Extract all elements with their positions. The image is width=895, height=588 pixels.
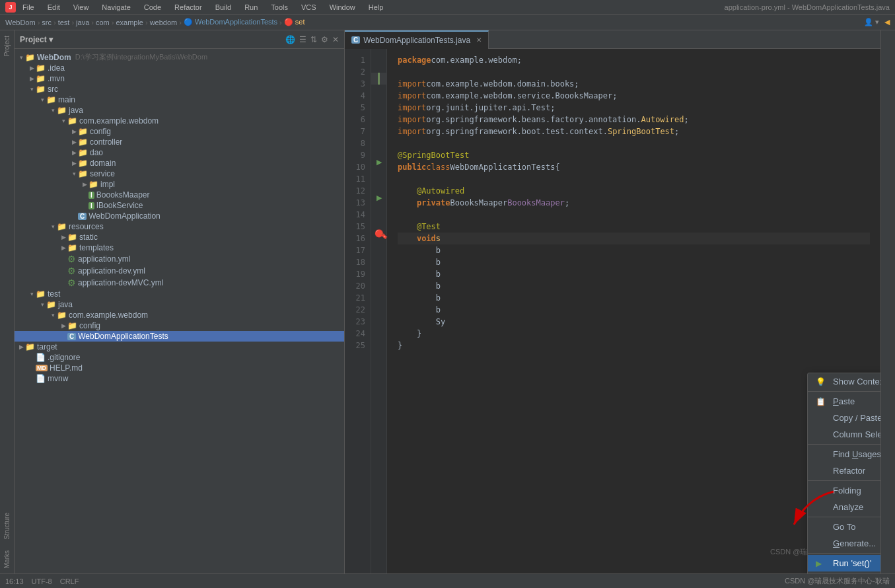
tree-service[interactable]: ▾ 📁 service xyxy=(15,168,344,179)
gutter-16[interactable]: 🔴 🔖 xyxy=(371,227,386,239)
sidebar-gear-icon[interactable]: ⚙ xyxy=(321,35,328,44)
context-menu-show-context[interactable]: 💡 Show Context Actions Alt+Enter xyxy=(808,373,880,390)
tree-gitignore[interactable]: 📄 .gitignore xyxy=(15,352,344,363)
tree-boooksmaaper[interactable]: I BoooksMaaper xyxy=(15,190,344,200)
menu-navigate[interactable]: Navigate xyxy=(99,2,133,13)
breadcrumb-class[interactable]: 🔵 WebDomApplicationTests xyxy=(184,18,277,26)
breadcrumb-example[interactable]: example xyxy=(116,18,143,26)
tree-domain[interactable]: ▶ 📁 domain xyxy=(15,158,344,168)
gutter-19 xyxy=(371,263,386,275)
tree-webdom-root[interactable]: ▾ 📁 WebDom D:\学习案例\integrationMyBatis\We… xyxy=(15,52,344,63)
menu-refactor[interactable]: Refactor xyxy=(172,2,205,13)
breadcrumb-method[interactable]: 🔴 set xyxy=(284,18,305,26)
sidebar-list-icon[interactable]: ☰ xyxy=(299,35,306,44)
ln-15: 15 xyxy=(345,221,371,233)
menu-edit[interactable]: Edit xyxy=(45,2,63,13)
tree-test[interactable]: ▾ 📁 test xyxy=(15,289,344,299)
breadcrumb-webdom[interactable]: WebDom xyxy=(5,18,36,26)
context-menu-folding[interactable]: Folding › xyxy=(808,482,880,499)
menu-code[interactable]: Code xyxy=(141,2,164,13)
tree-idea[interactable]: ▶ 📁 .idea xyxy=(15,63,344,73)
run-icon-10[interactable]: ▶ xyxy=(376,158,382,166)
sidebar-close-icon[interactable]: ✕ xyxy=(332,35,339,44)
tree-ibookservice[interactable]: I IBookService xyxy=(15,200,344,211)
gutter-14 xyxy=(371,203,386,215)
breadcrumb-test[interactable]: test xyxy=(58,18,70,26)
tree-label-impl: impl xyxy=(100,180,115,189)
tree-controller[interactable]: ▶ 📁 controller xyxy=(15,137,344,147)
tree-package[interactable]: ▾ 📁 com.example.webdom xyxy=(15,116,344,126)
tree-dao[interactable]: ▶ 📁 dao xyxy=(15,147,344,158)
context-menu-debug-set[interactable]: ⚙ Debug 'set()' xyxy=(808,571,880,573)
tree-test-java[interactable]: ▾ 📁 java xyxy=(15,299,344,310)
menu-view[interactable]: View xyxy=(71,2,92,13)
breadcrumb-com[interactable]: com xyxy=(96,18,110,26)
menu-build[interactable]: Build xyxy=(213,2,234,13)
tree-label-target: target xyxy=(37,342,57,351)
context-menu-run-set[interactable]: ▶ Run 'set()' Ctrl+Shift+F10 xyxy=(808,555,880,571)
tab-close-btn[interactable]: ✕ xyxy=(476,36,482,44)
breadcrumb-webdom2[interactable]: webdom xyxy=(150,18,178,26)
tree-label-domain: domain xyxy=(90,159,116,168)
tree-help-md[interactable]: MD HELP.md xyxy=(15,363,344,373)
tree-app-dev-yml[interactable]: ⚙ application-dev.yml xyxy=(15,265,344,277)
tree-label-webdomapp: WebDomApplication xyxy=(89,211,161,221)
tree-mvnw[interactable]: 📄 mvnw xyxy=(15,373,344,384)
menu-window[interactable]: Window xyxy=(327,2,358,13)
left-tab-marks[interactable]: Marks xyxy=(1,545,13,573)
tree-main[interactable]: ▾ 📁 main xyxy=(15,94,344,105)
breadcrumb-java[interactable]: java xyxy=(76,18,89,26)
context-menu-generate[interactable]: Generate... Alt+Insert xyxy=(808,535,880,552)
tree-templates[interactable]: ▶ 📁 templates xyxy=(15,242,344,253)
context-menu-paste[interactable]: 📋 Paste Ctrl+V xyxy=(808,393,880,410)
status-encoding[interactable]: UTF-8 xyxy=(32,577,52,585)
tree-static[interactable]: ▶ 📁 static xyxy=(15,232,344,242)
menu-run[interactable]: Run xyxy=(242,2,260,13)
code-editor[interactable]: 1 2 3 4 5 6 7 8 9 10 11 12 13 14 15 16 1… xyxy=(345,49,880,573)
tree-app-yml[interactable]: ⚙ application.yml xyxy=(15,253,344,265)
tree-webdomapp[interactable]: C WebDomApplication xyxy=(15,211,344,221)
gutter-17 xyxy=(371,239,386,251)
tree-test-package[interactable]: ▾ 📁 com.example.webdom xyxy=(15,310,344,320)
sidebar-globe-icon[interactable]: 🌐 xyxy=(285,35,295,44)
context-menu-analyze[interactable]: Analyze › xyxy=(808,499,880,515)
folder-icon-domain: 📁 xyxy=(78,159,88,168)
menu-tools[interactable]: Tools xyxy=(268,2,291,13)
breadcrumb-src[interactable]: src xyxy=(42,18,52,26)
gutter-13[interactable]: ▶ xyxy=(371,192,386,203)
gutter-23 xyxy=(371,311,386,322)
person-icon[interactable]: 👤 ▾ xyxy=(864,18,879,26)
context-menu-refactor[interactable]: Refactor › xyxy=(808,462,880,479)
tree-app-devmvc-yml[interactable]: ⚙ application-devMVC.yml xyxy=(15,277,344,289)
gutter-10[interactable]: ▶ xyxy=(371,156,386,168)
context-menu-copy-paste[interactable]: Copy / Paste Special › xyxy=(808,410,880,426)
editor-tab-webdomtests[interactable]: C WebDomApplicationTests.java ✕ xyxy=(345,30,489,49)
tree-test-config[interactable]: ▶ 📁 config xyxy=(15,320,344,331)
menu-file[interactable]: File xyxy=(20,2,37,13)
code-content[interactable]: package com.example.webdom; import com.e… xyxy=(387,49,880,573)
menu-vcs[interactable]: VCS xyxy=(299,2,319,13)
back-icon[interactable]: ◀ xyxy=(884,18,890,26)
menu-help[interactable]: Help xyxy=(366,2,386,13)
context-menu-goto[interactable]: Go To › xyxy=(808,519,880,535)
tree-target[interactable]: ▶ 📁 target xyxy=(15,342,344,352)
sidebar-sort-icon[interactable]: ⇅ xyxy=(310,35,317,44)
tree-webdom-tests[interactable]: C WebDomApplicationTests xyxy=(15,331,344,342)
context-menu-column-sel[interactable]: Column Selection Mode Alt+Shift+Insert xyxy=(808,426,880,443)
tree-mvn[interactable]: ▶ 📁 .mvn xyxy=(15,73,344,84)
run-icon-13[interactable]: ▶ xyxy=(376,194,382,202)
folder-icon-mvn: 📁 xyxy=(36,74,46,83)
arrow-package: ▾ xyxy=(59,118,67,124)
left-tab-structure[interactable]: Structure xyxy=(1,507,13,545)
code-line-21: b xyxy=(398,292,870,304)
tree-label-dao: dao xyxy=(90,148,103,157)
tree-src[interactable]: ▾ 📁 src xyxy=(15,84,344,94)
tree-config[interactable]: ▶ 📁 config xyxy=(15,126,344,137)
tree-resources[interactable]: ▾ 📁 resources xyxy=(15,221,344,232)
tree-java-main[interactable]: ▾ 📁 java xyxy=(15,105,344,116)
tree-impl[interactable]: ▶ 📁 impl xyxy=(15,179,344,190)
status-linesep[interactable]: CRLF xyxy=(60,577,79,585)
context-menu-find-usages[interactable]: Find Usages Alt+F7 xyxy=(808,446,880,462)
left-tab-project[interactable]: Project xyxy=(1,30,13,61)
context-label-folding: Folding xyxy=(833,486,861,496)
